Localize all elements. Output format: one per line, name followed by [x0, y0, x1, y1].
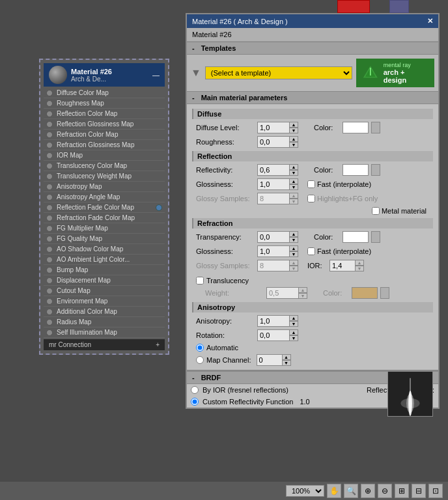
- list-item[interactable]: Diffuse Color Map: [44, 88, 165, 98]
- rotation-input[interactable]: [257, 329, 290, 341]
- list-item[interactable]: Additional Color Map: [44, 307, 165, 317]
- map-channel-input[interactable]: [257, 354, 283, 366]
- refr-glossy-samples-spin-up[interactable]: ▲: [289, 260, 298, 266]
- translucency-weight-spin-down[interactable]: ▼: [298, 293, 307, 299]
- ior-spin-up[interactable]: ▲: [355, 260, 364, 266]
- node-dash[interactable]: —: [152, 71, 160, 79]
- zoom-tool-button[interactable]: 🔍: [344, 484, 358, 498]
- refl-glossiness-input[interactable]: [257, 178, 290, 190]
- anisotropy-spin-up[interactable]: ▲: [289, 315, 298, 321]
- node-header[interactable]: Material #26 Arch & De... —: [44, 63, 165, 87]
- top-red-button[interactable]: [337, 0, 370, 13]
- diffuse-color-box[interactable]: [343, 122, 369, 133]
- list-item[interactable]: Translucency Weight Map: [44, 171, 165, 182]
- rotation-spin-down[interactable]: ▼: [289, 335, 298, 341]
- refl-color-box[interactable]: [343, 164, 369, 176]
- transparency-input[interactable]: [257, 231, 290, 243]
- list-item[interactable]: Displacement Map: [44, 275, 165, 286]
- roughness-input[interactable]: [257, 136, 290, 148]
- custom-reflectivity-radio[interactable]: [191, 398, 199, 406]
- list-item[interactable]: Refraction Fade Color Map: [44, 213, 165, 223]
- translucency-weight-spin-up[interactable]: ▲: [298, 287, 307, 293]
- list-item[interactable]: Anisotropy Angle Map: [44, 192, 165, 202]
- rotation-spin-up[interactable]: ▲: [289, 329, 298, 335]
- refl-glossiness-spinner: ▲ ▼: [289, 178, 298, 190]
- list-item[interactable]: Bump Map: [44, 265, 165, 275]
- refr-glossy-samples-spin-down[interactable]: ▼: [289, 266, 298, 271]
- refl-glossy-samples-input[interactable]: [257, 193, 290, 204]
- translucency-color-box[interactable]: [352, 287, 378, 299]
- list-item[interactable]: FG Quality Map: [44, 234, 165, 244]
- refl-glossiness-spin-down[interactable]: ▼: [289, 184, 298, 190]
- reflectivity-input[interactable]: [257, 164, 290, 176]
- refr-glossiness-spin-down[interactable]: ▼: [289, 251, 298, 257]
- zoom-select[interactable]: 100%: [286, 485, 324, 497]
- diffuse-level-input[interactable]: [257, 122, 290, 133]
- transparency-spin-down[interactable]: ▼: [289, 237, 298, 243]
- automatic-radio[interactable]: [196, 344, 204, 352]
- zoom-in-button[interactable]: ⊕: [361, 484, 375, 498]
- templates-minus-button[interactable]: -: [192, 44, 195, 52]
- reflectivity-spin-up[interactable]: ▲: [289, 164, 298, 170]
- roughness-spin-up[interactable]: ▲: [289, 136, 298, 142]
- brdf-minus-button[interactable]: -: [192, 374, 195, 382]
- list-item[interactable]: Self Illumination Map: [44, 327, 165, 338]
- grid-button[interactable]: ⊟: [412, 484, 426, 498]
- refl-glossy-samples-spin-down[interactable]: ▼: [289, 199, 298, 204]
- list-item[interactable]: Environment Map: [44, 296, 165, 307]
- refl-glossy-samples-spin-up[interactable]: ▲: [289, 193, 298, 199]
- map-channel-spin-down[interactable]: ▼: [282, 360, 291, 366]
- translucency-weight-input[interactable]: [266, 287, 299, 299]
- metal-material-checkbox[interactable]: [372, 207, 380, 215]
- close-icon[interactable]: ✕: [427, 17, 433, 25]
- ior-spin-down[interactable]: ▼: [355, 266, 364, 271]
- diffuse-level-spin-down[interactable]: ▼: [289, 128, 298, 133]
- footer-plus-button[interactable]: +: [156, 341, 160, 348]
- main-params-minus-button[interactable]: -: [192, 94, 195, 102]
- refr-color-extra[interactable]: [371, 231, 380, 243]
- refr-glossy-samples-input-group: ▲ ▼: [257, 260, 298, 271]
- list-item[interactable]: IOR Map: [44, 150, 165, 161]
- list-item[interactable]: Reflection Fade Color Map: [44, 202, 165, 213]
- list-item[interactable]: Translucency Color Map: [44, 161, 165, 171]
- refl-color-extra[interactable]: [371, 164, 380, 176]
- options-button[interactable]: ⊡: [428, 484, 443, 498]
- roughness-spin-down[interactable]: ▼: [289, 142, 298, 148]
- list-item[interactable]: Anisotropy Map: [44, 182, 165, 192]
- diffuse-level-spin-up[interactable]: ▲: [289, 122, 298, 128]
- translucency-color-extra[interactable]: [380, 287, 389, 299]
- list-item[interactable]: Cutout Map: [44, 286, 165, 296]
- ior-input[interactable]: [329, 260, 356, 271]
- list-item[interactable]: AO Shadow Color Map: [44, 244, 165, 255]
- refl-glossiness-spin-up[interactable]: ▲: [289, 178, 298, 184]
- refr-color-box[interactable]: [343, 231, 369, 243]
- list-item[interactable]: Refraction Color Map: [44, 130, 165, 140]
- template-dropdown[interactable]: (Select a template): [205, 66, 352, 79]
- map-channel-radio[interactable]: [196, 356, 204, 364]
- map-channel-spin-up[interactable]: ▲: [282, 354, 291, 360]
- list-item[interactable]: FG Multiplier Map: [44, 223, 165, 234]
- zoom-out-button[interactable]: ⊖: [378, 484, 392, 498]
- translucency-checkbox[interactable]: [196, 277, 204, 285]
- list-item[interactable]: Reflection Color Map: [44, 109, 165, 119]
- fast-interpolate-checkbox[interactable]: [307, 180, 315, 188]
- list-item[interactable]: Roughness Map: [44, 98, 165, 109]
- list-item[interactable]: Refraction Glossiness Map: [44, 140, 165, 150]
- refr-glossiness-input[interactable]: [257, 245, 290, 257]
- anisotropy-spin-down[interactable]: ▼: [289, 321, 298, 327]
- top-icon-button[interactable]: [389, 0, 409, 13]
- refr-glossiness-spin-up[interactable]: ▲: [289, 245, 298, 251]
- list-item[interactable]: AO Ambient Light Color...: [44, 255, 165, 265]
- pan-tool-button[interactable]: ✋: [327, 484, 341, 498]
- fit-button[interactable]: ⊞: [395, 484, 409, 498]
- reflectivity-spin-down[interactable]: ▼: [289, 170, 298, 176]
- highlights-fg-checkbox[interactable]: [307, 195, 315, 202]
- list-item[interactable]: Reflection Glossiness Map: [44, 119, 165, 130]
- list-item[interactable]: Radius Map: [44, 317, 165, 327]
- anisotropy-input[interactable]: [257, 315, 290, 327]
- refr-fast-interpolate-checkbox[interactable]: [307, 247, 315, 255]
- transparency-spin-up[interactable]: ▲: [289, 231, 298, 237]
- refr-glossy-samples-input[interactable]: [257, 260, 290, 271]
- by-ior-radio[interactable]: [191, 386, 199, 394]
- diffuse-color-extra[interactable]: [371, 122, 380, 133]
